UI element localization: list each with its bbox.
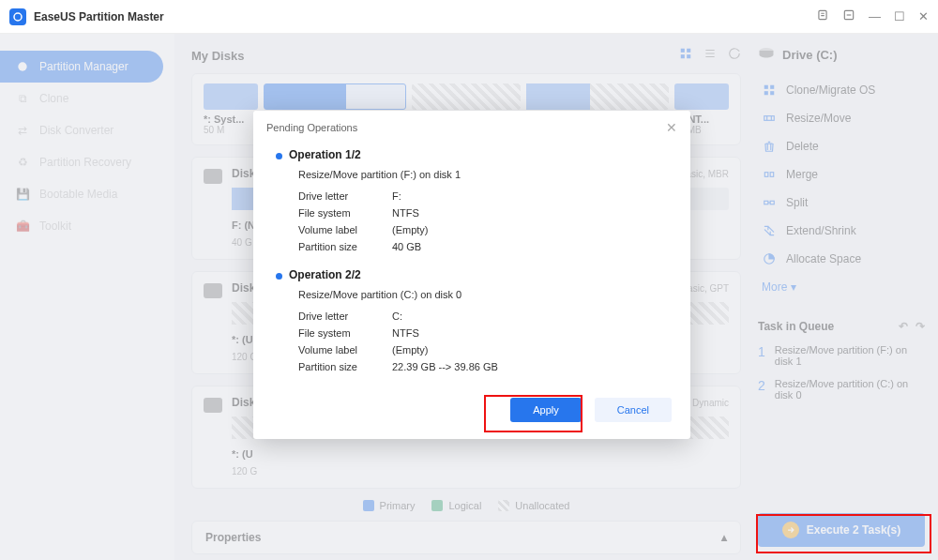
app-logo-icon — [9, 8, 26, 25]
operation-1: Operation 1/2 Resize/Move partition (F:)… — [253, 144, 690, 265]
bullet-icon — [276, 273, 282, 280]
highlight-execute — [756, 514, 931, 553]
maximize-icon[interactable]: ☐ — [894, 9, 905, 23]
operation-2: Operation 2/2 Resize/Move partition (C:)… — [253, 265, 690, 385]
highlight-apply — [484, 395, 582, 432]
cancel-button[interactable]: Cancel — [595, 398, 672, 422]
minimize-icon[interactable]: — — [869, 9, 881, 23]
history-icon[interactable] — [816, 8, 829, 24]
modal-close-icon[interactable]: ✕ — [666, 120, 677, 135]
svg-point-0 — [14, 13, 22, 21]
modal-title: Pending Operations — [266, 122, 666, 133]
app-title: EaseUS Partition Master — [34, 10, 816, 23]
pending-operations-modal: Pending Operations ✕ Operation 1/2 Resiz… — [253, 111, 690, 439]
title-bar: EaseUS Partition Master — ☐ ✕ — [0, 0, 938, 34]
bullet-icon — [276, 153, 282, 159]
close-window-icon[interactable]: ✕ — [918, 9, 929, 23]
refresh-app-icon[interactable] — [842, 8, 855, 24]
